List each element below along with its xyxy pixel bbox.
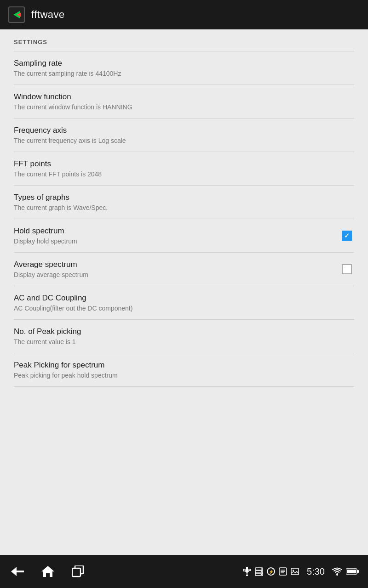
- settings-item-text-average-spectrum: Average spectrumDisplay average spectrum: [14, 260, 339, 278]
- settings-item-text-frequency-axis: Frequency axisThe current frequency axis…: [14, 126, 354, 144]
- home-icon: [41, 565, 54, 578]
- settings-item-peak-picking-spectrum[interactable]: Peak Picking for spectrumPeak picking fo…: [0, 353, 368, 386]
- checkbox-container-hold-spectrum: [339, 228, 354, 243]
- recent-button[interactable]: [70, 563, 86, 580]
- settings-item-sampling-rate[interactable]: Sampling rateThe current sampling rate i…: [0, 51, 368, 85]
- settings-item-subtitle-average-spectrum: Display average spectrum: [14, 271, 339, 278]
- settings-item-title-sampling-rate: Sampling rate: [14, 59, 354, 68]
- nav-right: ⚡ 5:30: [242, 566, 359, 577]
- svg-point-14: [261, 568, 262, 569]
- settings-item-title-ac-dc-coupling: AC and DC Coupling: [14, 294, 354, 303]
- settings-item-text-window-function: Window functionThe current window functi…: [14, 92, 354, 111]
- settings-item-subtitle-sampling-rate: The current sampling rate is 44100Hz: [14, 70, 354, 77]
- svg-text:⚡: ⚡: [269, 569, 274, 575]
- settings-item-frequency-axis[interactable]: Frequency axisThe current frequency axis…: [0, 119, 368, 152]
- settings-item-subtitle-frequency-axis: The current frequency axis is Log scale: [14, 137, 354, 144]
- settings-item-window-function[interactable]: Window functionThe current window functi…: [0, 85, 368, 118]
- settings-item-title-window-function: Window function: [14, 92, 354, 102]
- svg-rect-28: [347, 570, 356, 573]
- settings-item-title-fft-points: FFT points: [14, 159, 354, 169]
- checkbox-average-spectrum[interactable]: [342, 264, 352, 274]
- nav-bar: ⚡ 5:30: [0, 555, 368, 588]
- svg-point-15: [261, 571, 262, 572]
- back-icon: [11, 567, 24, 576]
- settings-item-title-peak-picking-spectrum: Peak Picking for spectrum: [14, 361, 354, 370]
- storage-icon: [254, 567, 264, 576]
- settings-item-ac-dc-coupling[interactable]: AC and DC CouplingAC Coupling(filter out…: [0, 286, 368, 319]
- svg-rect-23: [291, 568, 299, 575]
- settings-item-subtitle-no-peak-picking: The current value is 1: [14, 338, 354, 345]
- svg-point-16: [261, 574, 262, 575]
- svg-rect-27: [357, 570, 359, 573]
- svg-rect-1: [16, 571, 24, 572]
- settings-content: SETTINGS Sampling rateThe current sampli…: [0, 29, 368, 555]
- settings-header: SETTINGS: [0, 29, 368, 51]
- app-icon: [7, 6, 26, 24]
- divider-peak-picking-spectrum: [14, 386, 354, 387]
- settings-item-text-fft-points: FFT pointsThe current FFT points is 2048: [14, 159, 354, 178]
- app-title: fftwave: [31, 9, 65, 21]
- status-icons: ⚡: [242, 567, 299, 576]
- settings-item-subtitle-fft-points: The current FFT points is 2048: [14, 170, 354, 178]
- settings-item-title-average-spectrum: Average spectrum: [14, 260, 339, 269]
- checkbox-hold-spectrum[interactable]: [342, 231, 352, 241]
- settings-item-no-peak-picking[interactable]: No. of Peak pickingThe current value is …: [0, 320, 368, 353]
- app-logo: [8, 6, 25, 23]
- svg-rect-5: [246, 567, 248, 571]
- settings-item-subtitle-hold-spectrum: Display hold spectrum: [14, 237, 339, 245]
- news-icon: [278, 567, 288, 576]
- status-time: 5:30: [307, 566, 325, 577]
- settings-item-hold-spectrum[interactable]: Hold spectrumDisplay hold spectrum: [0, 219, 368, 252]
- settings-list: Sampling rateThe current sampling rate i…: [0, 51, 368, 387]
- svg-rect-10: [249, 569, 251, 571]
- settings-item-subtitle-peak-picking-spectrum: Peak picking for peak hold spectrum: [14, 372, 354, 379]
- wifi-icon: [332, 567, 342, 576]
- settings-item-title-no-peak-picking: No. of Peak picking: [14, 327, 354, 336]
- recent-icon: [72, 565, 84, 577]
- settings-item-title-hold-spectrum: Hold spectrum: [14, 226, 339, 236]
- settings-item-subtitle-ac-dc-coupling: AC Coupling(filter out the DC component): [14, 305, 354, 312]
- battery-icon: [346, 568, 359, 575]
- image-icon: [290, 567, 299, 576]
- home-button[interactable]: [40, 563, 56, 580]
- settings-item-text-sampling-rate: Sampling rateThe current sampling rate i…: [14, 59, 354, 77]
- settings-item-text-ac-dc-coupling: AC and DC CouplingAC Coupling(filter out…: [14, 294, 354, 312]
- settings-item-average-spectrum[interactable]: Average spectrumDisplay average spectrum: [0, 253, 368, 286]
- svg-point-24: [293, 570, 294, 571]
- svg-rect-9: [243, 569, 245, 571]
- settings-item-subtitle-window-function: The current window function is HANNING: [14, 103, 354, 111]
- settings-item-title-frequency-axis: Frequency axis: [14, 126, 354, 135]
- usb2-icon: ⚡: [266, 567, 276, 576]
- usb-icon: [242, 567, 252, 576]
- settings-item-text-hold-spectrum: Hold spectrumDisplay hold spectrum: [14, 226, 339, 245]
- settings-item-types-of-graphs[interactable]: Types of graphsThe current graph is Wave…: [0, 186, 368, 219]
- settings-item-text-peak-picking-spectrum: Peak Picking for spectrumPeak picking fo…: [14, 361, 354, 379]
- svg-marker-2: [41, 566, 54, 577]
- settings-item-text-types-of-graphs: Types of graphsThe current graph is Wave…: [14, 193, 354, 211]
- svg-rect-4: [72, 568, 80, 577]
- svg-point-8: [246, 575, 248, 576]
- settings-item-title-types-of-graphs: Types of graphs: [14, 193, 354, 202]
- settings-item-text-no-peak-picking: No. of Peak pickingThe current value is …: [14, 327, 354, 345]
- svg-point-25: [336, 574, 338, 576]
- settings-item-subtitle-types-of-graphs: The current graph is Wave/Spec.: [14, 204, 354, 211]
- nav-left: [9, 563, 86, 580]
- app-bar: fftwave: [0, 0, 368, 29]
- checkbox-container-average-spectrum: [339, 262, 354, 277]
- settings-item-fft-points[interactable]: FFT pointsThe current FFT points is 2048: [0, 152, 368, 185]
- back-button[interactable]: [9, 563, 26, 580]
